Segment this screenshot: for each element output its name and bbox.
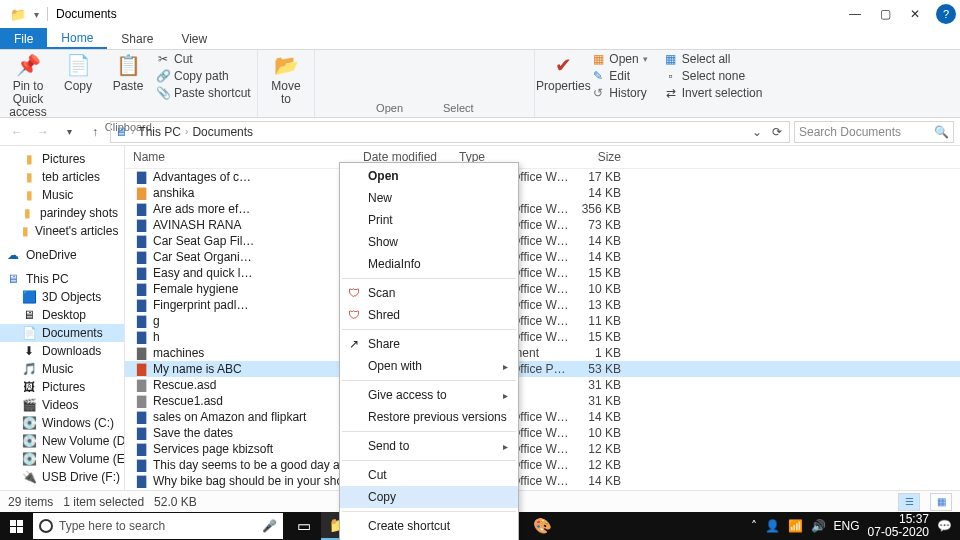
nav-forward-button[interactable]: → [32, 121, 54, 143]
nav-up-button[interactable]: ↑ [84, 121, 106, 143]
file-row[interactable]: ▇ AVINASH RANA …0 20:12 Microsoft Office… [125, 217, 960, 233]
maximize-button[interactable]: ▢ [870, 0, 900, 28]
breadcrumb-root[interactable]: This PC [138, 125, 181, 139]
file-row[interactable]: ▇ This day seems to be a good day as you… [125, 457, 960, 473]
close-button[interactable]: ✕ [900, 0, 930, 28]
file-row[interactable]: ▇ sales on Amazon and flipkart 26-09-201… [125, 409, 960, 425]
ctx-mediainfo[interactable]: MediaInfo [340, 253, 518, 275]
file-row[interactable]: ▇ Rescue1.asd 06-04-2020 13:12 ASD File … [125, 393, 960, 409]
tray-volume-icon[interactable]: 🔊 [811, 519, 826, 533]
invert-selection-button[interactable]: ⇄Invert selection [664, 86, 763, 100]
column-headers[interactable]: Name Date modified Type Size [125, 146, 960, 169]
nav-item[interactable]: 📄Documents [0, 324, 124, 342]
nav-item[interactable]: ⬇Downloads [0, 342, 124, 360]
nav-item[interactable]: ▮Pictures [0, 150, 124, 168]
ctx-give-access[interactable]: Give access to▸ [340, 384, 518, 406]
file-row[interactable]: ▇ Are ads more ef… …0 03:00 Microsoft Of… [125, 201, 960, 217]
open-button[interactable]: ▦Open▾ [591, 52, 647, 66]
ctx-send-to[interactable]: Send to▸ [340, 435, 518, 457]
file-row[interactable]: ▇ Car Seat Gap Fil… …0 23:21 Microsoft O… [125, 233, 960, 249]
move-to-button[interactable]: 📂Move to [264, 52, 308, 106]
file-row[interactable]: ▇ Rescue.asd 06-04-2020 13:12 ASD File 3… [125, 377, 960, 393]
tray-notifications-icon[interactable]: 💬 [937, 519, 952, 533]
file-list[interactable]: ▇ Advantages of c… …0 22:17 Microsoft Of… [125, 169, 960, 538]
qat-down-icon[interactable]: ▾ [34, 9, 39, 20]
select-none-button[interactable]: ▫Select none [664, 69, 763, 83]
tab-home[interactable]: Home [47, 28, 107, 49]
tray-network-icon[interactable]: 📶 [788, 519, 803, 533]
tray-chevron-icon[interactable]: ˄ [751, 519, 757, 533]
file-row[interactable]: ▇ Easy and quick l… …0 09:16 Microsoft O… [125, 265, 960, 281]
details-view-button[interactable]: ☰ [898, 493, 920, 511]
file-row[interactable]: ▇ Fingerprint padl… …0 16:01 Microsoft O… [125, 297, 960, 313]
ctx-open-with[interactable]: Open with▸ [340, 355, 518, 377]
taskbar-search[interactable]: Type here to search 🎤 [33, 513, 283, 539]
file-row[interactable]: ▇ Services page kbizsoft 31-03-2020 23:3… [125, 441, 960, 457]
search-input[interactable]: Search Documents 🔍 [794, 121, 954, 143]
system-tray[interactable]: ˄ 👤 📶 🔊 ENG 15:37 07-05-2020 💬 [743, 513, 960, 539]
icons-view-button[interactable]: ▦ [930, 493, 952, 511]
nav-item[interactable]: ▮parindey shots [0, 204, 124, 222]
nav-pane[interactable]: ▮Pictures▮teb articles▮Music▮parindey sh… [0, 146, 125, 538]
file-row[interactable]: ▇ Car Seat Organi… …0 02:16 Microsoft Of… [125, 249, 960, 265]
copy-button[interactable]: 📄Copy [56, 52, 100, 93]
nav-item[interactable]: 💽New Volume (D:) [0, 432, 124, 450]
breadcrumb-location[interactable]: Documents [192, 125, 253, 139]
ctx-shred[interactable]: 🛡Shred [340, 304, 518, 326]
select-all-button[interactable]: ▦Select all [664, 52, 763, 66]
file-row[interactable]: ▇ g …0 15:54 Microsoft Office Wor… 11 KB [125, 313, 960, 329]
task-view-button[interactable]: ▭ [287, 512, 321, 540]
ctx-cut[interactable]: Cut [340, 464, 518, 486]
nav-item[interactable]: ▮Vineet's articles [0, 222, 124, 240]
tray-clock[interactable]: 15:37 07-05-2020 [868, 513, 929, 539]
cut-button[interactable]: ✂Cut [156, 52, 251, 66]
ctx-share[interactable]: ↗Share [340, 333, 518, 355]
file-row[interactable]: ▇ machines …0 01:56 Text Document 1 KB [125, 345, 960, 361]
ctx-print[interactable]: Print [340, 209, 518, 231]
paste-shortcut-button[interactable]: 📎Paste shortcut [156, 86, 251, 100]
file-row[interactable]: ▇ h …0 01:42 Microsoft Office Wor… 15 KB [125, 329, 960, 345]
tab-view[interactable]: View [167, 28, 221, 49]
copy-path-button[interactable]: 🔗Copy path [156, 69, 251, 83]
ctx-show[interactable]: Show [340, 231, 518, 253]
nav-item[interactable]: ▮teb articles [0, 168, 124, 186]
col-size[interactable]: Size [569, 150, 627, 164]
file-row[interactable]: ▇ Advantages of c… …0 22:17 Microsoft Of… [125, 169, 960, 185]
ctx-create-shortcut[interactable]: Create shortcut [340, 515, 518, 537]
ctx-copy[interactable]: Copy [340, 486, 518, 508]
start-button[interactable] [0, 512, 32, 540]
file-row[interactable]: ▇ Save the dates 05-01-2020 11:12 Micros… [125, 425, 960, 441]
tab-share[interactable]: Share [107, 28, 167, 49]
taskbar-paint[interactable]: 🎨 [525, 512, 559, 540]
tray-language[interactable]: ENG [834, 519, 860, 533]
nav-recent-button[interactable]: ▾ [58, 121, 80, 143]
breadcrumb-dropdown-button[interactable]: ⌄ [749, 125, 765, 139]
nav-item[interactable]: 🔌USB Drive (F:) [0, 468, 124, 486]
ctx-restore[interactable]: Restore previous versions [340, 406, 518, 428]
file-row[interactable]: ▇ My name is ABC 07-05-2020 15:30 Micros… [125, 361, 960, 377]
nav-item[interactable]: ▮Music [0, 186, 124, 204]
nav-onedrive[interactable]: ☁OneDrive [0, 246, 124, 264]
minimize-button[interactable]: — [840, 0, 870, 28]
nav-item[interactable]: 💽New Volume (E:) [0, 450, 124, 468]
edit-button[interactable]: ✎Edit [591, 69, 647, 83]
nav-back-button[interactable]: ← [6, 121, 28, 143]
ctx-scan[interactable]: 🛡Scan [340, 282, 518, 304]
properties-button[interactable]: ✔Properties [541, 52, 585, 93]
nav-item[interactable]: 🖼Pictures [0, 378, 124, 396]
tray-people-icon[interactable]: 👤 [765, 519, 780, 533]
nav-thispc[interactable]: 🖥This PC [0, 270, 124, 288]
nav-item[interactable]: 🎬Videos [0, 396, 124, 414]
ctx-open[interactable]: Open [340, 165, 518, 187]
refresh-button[interactable]: ⟳ [769, 125, 785, 139]
nav-item[interactable]: 🟦3D Objects [0, 288, 124, 306]
paste-button[interactable]: 📋Paste [106, 52, 150, 93]
ctx-new[interactable]: New [340, 187, 518, 209]
pin-quick-access-button[interactable]: 📌Pin to Quick access [6, 52, 50, 120]
nav-item[interactable]: 🖥Desktop [0, 306, 124, 324]
file-row[interactable]: ▇ Why bike bag should be in your shoppin… [125, 473, 960, 489]
breadcrumb[interactable]: 🖥 › This PC › Documents ⌄ ⟳ [110, 121, 790, 143]
nav-item[interactable]: 💽Windows (C:) [0, 414, 124, 432]
tab-file[interactable]: File [0, 28, 47, 49]
file-row[interactable]: ▇ anshika …0 22:31 PNG File 14 KB [125, 185, 960, 201]
